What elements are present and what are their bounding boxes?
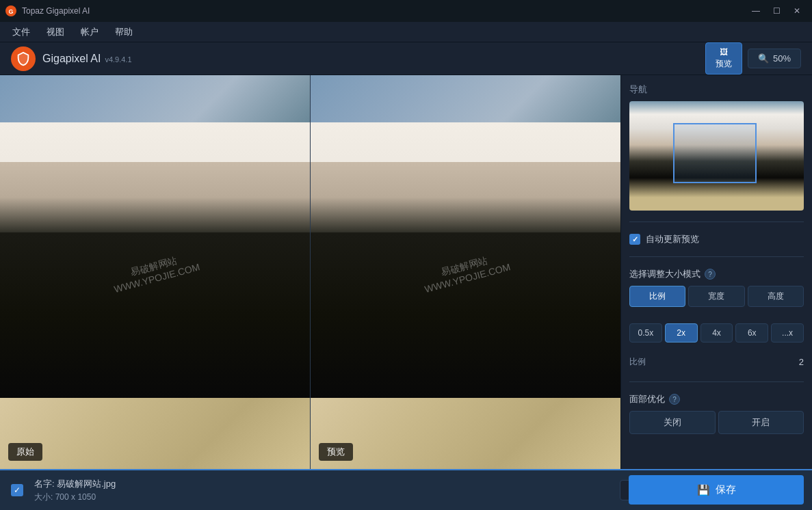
preview-btn-label: 预览 [716,58,732,70]
size-value: 700 x 1050 [55,492,96,502]
photo-floor-area-r [311,398,620,469]
menu-account[interactable]: 帐户 [74,23,105,41]
header-right: 🖼 预览 🔍 50% [705,42,801,75]
photo-top-area [0,75,310,122]
header: Gigapixel AIv4.9.4.1 🖼 预览 🔍 50% [0,42,812,75]
nav-thumbnail[interactable] [629,101,804,211]
resize-mode-help-icon[interactable]: ? [705,269,716,280]
mode-btn-width[interactable]: 宽度 [688,286,744,307]
preview-image: 易破解网站WWW.YPOJIE.COM [311,75,620,469]
scale-btn-2x[interactable]: 2x [665,323,698,343]
zoom-button[interactable]: 🔍 50% [748,49,801,68]
status-checkbox[interactable]: ✓ [11,484,23,496]
scale-btn-6x[interactable]: 6x [735,323,768,343]
scale-value-row: 比例 2 [629,356,804,368]
auto-update-label: 自动更新预览 [646,233,699,245]
mode-btn-scale[interactable]: 比例 [629,286,685,307]
menu-view[interactable]: 视图 [40,23,71,41]
nav-viewport-indicator [673,123,757,183]
zoom-search-icon: 🔍 [758,53,769,64]
save-button[interactable]: 💾 保存 [629,475,804,505]
photo-legs-area [0,232,310,398]
shield-icon [16,51,31,66]
menu-help[interactable]: 帮助 [108,23,140,41]
nav-section: 导航 [629,83,804,211]
scale-label: 比例 [629,356,646,368]
original-label: 原始 [8,443,42,461]
preview-icon: 🖼 [720,47,728,57]
nav-title: 导航 [629,83,804,96]
status-bar: ✓ 名字: 易破解网站.jpg 大小: 700 x 1050 比例 比例: 2.… [0,469,812,510]
sidebar: 导航 自动更新预览 选择调整大小模式 ? 比例 宽度 高度 [620,75,812,469]
svg-text:G: G [8,8,13,15]
close-button[interactable]: ✕ [787,4,807,18]
photo-floor-area [0,398,310,469]
auto-update-checkbox[interactable] [629,234,640,245]
zoom-value: 50% [773,53,791,64]
photo-legs-area-r [311,232,620,398]
resize-mode-label: 选择调整大小模式 [629,268,700,280]
face-opt-label: 面部优化 [629,393,665,405]
status-size-row: 大小: 700 x 1050 [34,492,609,503]
status-filename-row: 名字: 易破解网站.jpg [34,478,609,490]
scale-buttons-group: 0.5x 2x 4x 6x ...x [629,323,804,343]
divider-2 [629,256,804,257]
minimize-button[interactable]: — [746,4,765,18]
photo-skirt-area-r [311,162,620,233]
scale-value: 2 [799,357,804,367]
app-name-area: Gigapixel AIv4.9.4.1 [42,53,132,65]
photo-top-area-r [311,75,620,122]
resize-mode-section: 选择调整大小模式 ? 比例 宽度 高度 [629,268,804,315]
face-opt-label-row: 面部优化 ? [629,393,804,405]
preview-button[interactable]: 🖼 预览 [705,42,742,75]
status-file-info: 名字: 易破解网站.jpg 大小: 700 x 1050 [34,478,609,503]
mode-btn-height[interactable]: 高度 [748,286,804,307]
title-bar: G Topaz Gigapixel AI — ☐ ✕ [0,0,812,22]
logo-area: Gigapixel AIv4.9.4.1 [11,46,132,71]
auto-update-row: 自动更新预览 [629,233,804,245]
divider-3 [629,381,804,382]
title-bar-controls: — ☐ ✕ [746,4,807,18]
save-label: 保存 [716,483,736,496]
face-btn-on[interactable]: 开启 [718,411,804,434]
filename-label: 名字: [34,479,55,489]
scale-btn-half[interactable]: 0.5x [629,323,662,343]
size-label: 大小: [34,492,53,502]
logo-circle [11,46,36,71]
original-image: 易破解网站WWW.YPOJIE.COM [0,75,310,469]
preview-label: 预览 [319,443,353,461]
menu-bar: 文件 视图 帐户 帮助 [0,22,812,42]
scale-btn-4x[interactable]: 4x [700,323,733,343]
face-btn-off[interactable]: 关闭 [629,411,716,434]
maximize-button[interactable]: ☐ [767,4,786,18]
main-content: 易破解网站WWW.YPOJIE.COM 原始 易破解网站WWW.YPOJIE.C… [0,75,812,469]
divider-1 [629,222,804,222]
app-icon: G [5,5,16,16]
save-btn-area: 💾 保存 [620,470,812,510]
title-bar-left: G Topaz Gigapixel AI [5,5,90,16]
window-title: Topaz Gigapixel AI [22,6,90,16]
face-buttons-group: 关闭 开启 [629,411,804,434]
scale-btn-custom[interactable]: ...x [771,323,804,343]
photo-skirt-area [0,162,310,233]
save-icon: 💾 [697,484,710,496]
filename-value: 易破解网站.jpg [57,479,116,489]
preview-panel: 易破解网站WWW.YPOJIE.COM 预览 [311,75,620,469]
face-opt-section: 面部优化 ? 关闭 开启 [629,393,804,434]
resize-mode-label-row: 选择调整大小模式 ? [629,268,804,280]
original-panel: 易破解网站WWW.YPOJIE.COM 原始 [0,75,311,469]
menu-file[interactable]: 文件 [5,23,37,41]
image-area: 易破解网站WWW.YPOJIE.COM 原始 易破解网站WWW.YPOJIE.C… [0,75,620,469]
face-opt-help-icon[interactable]: ? [669,394,680,405]
mode-buttons-group: 比例 宽度 高度 [629,286,804,307]
